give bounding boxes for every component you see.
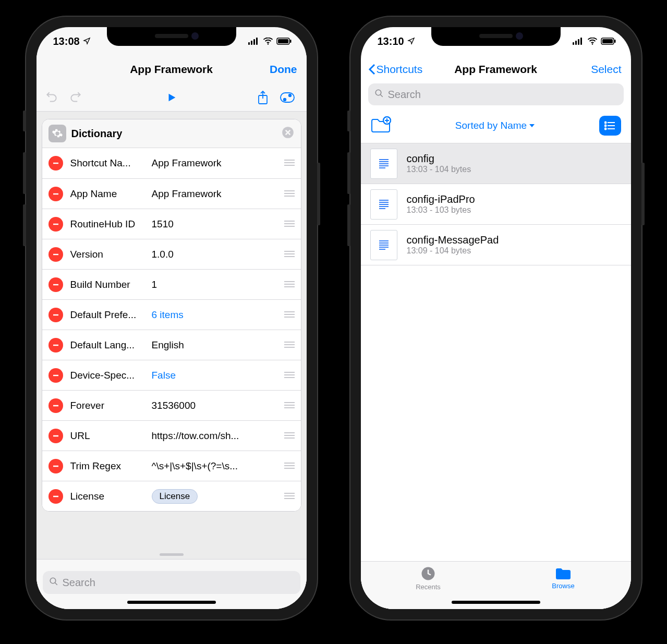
search-input[interactable]: Search xyxy=(368,83,624,105)
file-row[interactable]: config-iPadPro13:03 - 103 bytes xyxy=(361,184,631,225)
delete-row-button[interactable] xyxy=(48,489,63,504)
list-view-button[interactable] xyxy=(599,116,621,136)
delete-row-button[interactable] xyxy=(48,338,63,353)
svg-point-66 xyxy=(591,43,592,44)
dictionary-key[interactable]: App Name xyxy=(70,188,148,200)
dictionary-key[interactable]: RoutineHub ID xyxy=(70,218,148,230)
dictionary-value[interactable]: App Framework xyxy=(152,157,279,169)
dictionary-value[interactable]: English xyxy=(152,339,279,351)
reorder-handle-icon[interactable] xyxy=(283,400,296,411)
file-meta: 13:09 - 104 bytes xyxy=(407,246,499,256)
delete-row-button[interactable] xyxy=(48,429,63,443)
dictionary-row[interactable]: Build Number1 xyxy=(42,269,301,299)
nav-title: App Framework xyxy=(454,63,537,76)
dictionary-row[interactable]: Default Lang...English xyxy=(42,330,301,360)
dictionary-key[interactable]: Shortcut Na... xyxy=(70,157,148,169)
dictionary-key[interactable]: Default Lang... xyxy=(70,339,148,351)
dictionary-row[interactable]: App NameApp Framework xyxy=(42,178,301,209)
dictionary-key[interactable]: Trim Regex xyxy=(70,460,148,472)
svg-rect-69 xyxy=(614,40,616,43)
sheet-grabber[interactable] xyxy=(160,553,184,556)
svg-point-11 xyxy=(283,98,286,101)
delete-row-button[interactable] xyxy=(48,277,63,292)
delete-action-button[interactable] xyxy=(281,126,295,141)
delete-row-button[interactable] xyxy=(48,247,63,262)
reorder-handle-icon[interactable] xyxy=(283,249,296,260)
done-button[interactable]: Done xyxy=(270,55,297,83)
dictionary-row[interactable]: Device-Spec...False xyxy=(42,360,301,390)
redo-button[interactable] xyxy=(69,91,82,104)
clock-icon xyxy=(420,566,436,581)
variable-token[interactable]: License xyxy=(152,489,198,504)
delete-row-button[interactable] xyxy=(48,308,63,322)
reorder-handle-icon[interactable] xyxy=(283,430,296,442)
reorder-handle-icon[interactable] xyxy=(283,491,296,502)
svg-rect-62 xyxy=(573,42,574,45)
iphone-frame-files: 13:10 xyxy=(349,16,642,621)
reorder-handle-icon[interactable] xyxy=(283,279,296,290)
new-folder-button[interactable] xyxy=(370,116,391,135)
share-button[interactable] xyxy=(257,90,269,105)
home-indicator[interactable] xyxy=(127,601,216,604)
delete-row-button[interactable] xyxy=(48,217,63,232)
svg-rect-87 xyxy=(379,206,389,207)
dictionary-key[interactable]: Build Number xyxy=(70,279,148,290)
file-row[interactable]: config-MessagePad13:09 - 104 bytes xyxy=(361,225,631,265)
dictionary-row[interactable]: Shortcut Na...App Framework xyxy=(42,148,301,178)
run-button[interactable] xyxy=(166,92,177,103)
dictionary-value[interactable]: 31536000 xyxy=(152,400,279,411)
dictionary-row[interactable]: LicenseLicense xyxy=(42,481,301,511)
file-name: config-iPadPro xyxy=(407,193,475,205)
dictionary-value[interactable]: App Framework xyxy=(152,188,279,200)
dictionary-value[interactable]: https://tow.com/sh... xyxy=(152,430,279,442)
dictionary-key[interactable]: URL xyxy=(70,430,148,442)
select-button[interactable]: Select xyxy=(591,55,621,83)
file-row[interactable]: config13:03 - 104 bytes xyxy=(361,143,631,184)
home-indicator[interactable] xyxy=(452,601,540,604)
dictionary-row[interactable]: RoutineHub ID1510 xyxy=(42,209,301,239)
tab-label: Browse xyxy=(552,582,574,590)
dictionary-key[interactable]: Version xyxy=(70,249,148,260)
location-arrow-icon xyxy=(83,35,91,47)
reorder-handle-icon[interactable] xyxy=(283,188,296,200)
dictionary-key[interactable]: License xyxy=(70,491,148,502)
dictionary-key[interactable]: Device-Spec... xyxy=(70,370,148,381)
reorder-handle-icon[interactable] xyxy=(283,157,296,169)
dictionary-value[interactable]: 1.0.0 xyxy=(152,249,279,260)
search-input[interactable]: Search xyxy=(43,571,300,594)
svg-rect-88 xyxy=(379,208,385,209)
dictionary-value[interactable]: 6 items xyxy=(152,309,279,321)
status-time: 13:10 xyxy=(378,35,404,47)
dictionary-row[interactable]: Version1.0.0 xyxy=(42,239,301,269)
delete-row-button[interactable] xyxy=(48,156,63,171)
dictionary-value[interactable]: ^\s+|\s+$|\s+(?=\s... xyxy=(152,460,279,472)
delete-row-button[interactable] xyxy=(48,459,63,473)
dictionary-value[interactable]: False xyxy=(152,370,279,381)
delete-row-button[interactable] xyxy=(48,398,63,413)
dictionary-row[interactable]: Trim Regex^\s+|\s+$|\s+(?=\s... xyxy=(42,451,301,481)
tab-label: Recents xyxy=(416,583,441,591)
reorder-handle-icon[interactable] xyxy=(283,309,296,321)
sort-button[interactable]: Sorted by Name xyxy=(455,120,535,131)
reorder-handle-icon[interactable] xyxy=(283,370,296,381)
dictionary-value[interactable]: 1510 xyxy=(152,218,279,230)
dictionary-value[interactable]: License xyxy=(152,489,279,504)
settings-button[interactable] xyxy=(280,92,295,103)
delete-row-button[interactable] xyxy=(48,187,63,201)
reorder-handle-icon[interactable] xyxy=(283,339,296,351)
undo-button[interactable] xyxy=(45,91,58,104)
dictionary-row[interactable]: Forever31536000 xyxy=(42,390,301,420)
dictionary-key[interactable]: Forever xyxy=(70,400,148,411)
dictionary-value[interactable]: 1 xyxy=(152,279,279,290)
dictionary-key[interactable]: Default Prefe... xyxy=(70,309,148,321)
reorder-handle-icon[interactable] xyxy=(283,218,296,230)
svg-rect-9 xyxy=(281,93,294,102)
delete-row-button[interactable] xyxy=(48,368,63,383)
dictionary-row[interactable]: URLhttps://tow.com/sh... xyxy=(42,420,301,451)
back-button[interactable]: Shortcuts xyxy=(368,55,423,83)
dictionary-row[interactable]: Default Prefe...6 items xyxy=(42,299,301,330)
iphone-frame-shortcuts: 13:08 App xyxy=(25,16,318,621)
svg-rect-79 xyxy=(379,159,389,160)
reorder-handle-icon[interactable] xyxy=(283,460,296,472)
battery-icon xyxy=(601,38,616,45)
